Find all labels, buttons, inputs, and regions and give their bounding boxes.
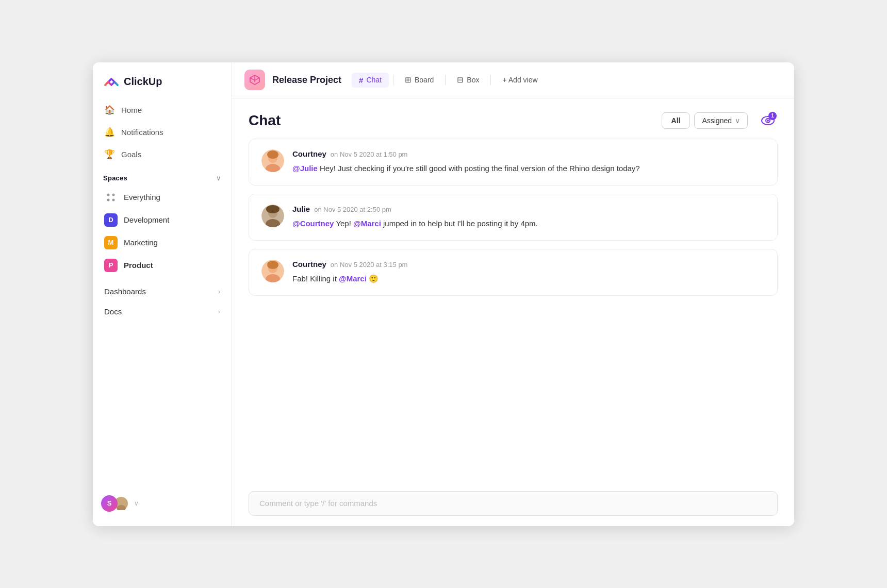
tab-chat[interactable]: # Chat bbox=[352, 73, 389, 88]
message-2: Julie on Nov 5 2020 at 2:50 pm @Courtney… bbox=[249, 194, 778, 241]
avatar-courtney-1 bbox=[261, 149, 284, 172]
message-3-text: Fab! Killing it @Marci 🙂 bbox=[292, 273, 765, 285]
chat-tab-icon: # bbox=[359, 76, 363, 85]
topbar: Release Project # Chat ⊞ Board ⊟ Box bbox=[232, 62, 794, 98]
product-badge: P bbox=[104, 259, 118, 272]
filter-assigned-chevron-icon: ∨ bbox=[735, 116, 740, 125]
logo-area: ClickUp bbox=[93, 62, 232, 99]
svg-point-20 bbox=[267, 261, 278, 269]
filter-assigned-button[interactable]: Assigned ∨ bbox=[694, 112, 748, 129]
svg-point-16 bbox=[266, 205, 280, 213]
main-content: Release Project # Chat ⊞ Board ⊟ Box bbox=[232, 62, 794, 526]
message-1-time: on Nov 5 2020 at 1:50 pm bbox=[331, 150, 408, 158]
dashboards-chevron-icon: › bbox=[218, 288, 220, 295]
sidebar-item-development[interactable]: D Development bbox=[98, 209, 226, 231]
svg-point-12 bbox=[267, 150, 278, 159]
sidebar-item-notifications[interactable]: 🔔 Notifications bbox=[98, 122, 226, 143]
box-tab-label: Box bbox=[467, 76, 479, 84]
box-tab-icon: ⊟ bbox=[457, 75, 464, 85]
watch-button[interactable]: 1 bbox=[758, 111, 778, 130]
filter-all-button[interactable]: All bbox=[662, 112, 691, 129]
marketing-label: Marketing bbox=[124, 238, 158, 247]
project-title: Release Project bbox=[272, 75, 341, 86]
message-2-text1: Yep! bbox=[336, 219, 353, 228]
mention-marci-2: @Marci bbox=[339, 274, 367, 283]
svg-point-2 bbox=[107, 198, 110, 201]
board-tab-icon: ⊞ bbox=[405, 75, 412, 85]
message-3-body: Courtney on Nov 5 2020 at 3:15 pm Fab! K… bbox=[292, 260, 765, 285]
message-2-text: @Courtney Yep! @Marci jumped in to help … bbox=[292, 217, 765, 230]
user-avatar-stack[interactable]: S bbox=[101, 495, 129, 512]
message-3: Courtney on Nov 5 2020 at 3:15 pm Fab! K… bbox=[249, 249, 778, 296]
message-3-meta: Courtney on Nov 5 2020 at 3:15 pm bbox=[292, 260, 765, 268]
message-1-text: @Julie Hey! Just checking if you're stil… bbox=[292, 162, 765, 175]
development-label: Development bbox=[124, 215, 169, 224]
message-3-author: Courtney bbox=[292, 260, 326, 268]
watch-badge: 1 bbox=[768, 112, 777, 120]
message-2-time: on Nov 5 2020 at 2:50 pm bbox=[314, 206, 391, 213]
filter-assigned-label: Assigned bbox=[702, 116, 732, 125]
svg-point-4 bbox=[118, 499, 124, 505]
everything-label: Everything bbox=[124, 193, 160, 201]
avatar-courtney-2 bbox=[261, 260, 284, 282]
message-1-body: Courtney on Nov 5 2020 at 1:50 pm @Julie… bbox=[292, 149, 765, 175]
product-label: Product bbox=[124, 261, 153, 270]
docs-chevron-icon: › bbox=[218, 308, 220, 315]
chat-title: Chat bbox=[249, 112, 281, 129]
board-tab-label: Board bbox=[415, 76, 434, 84]
tab-box[interactable]: ⊟ Box bbox=[450, 72, 486, 88]
comment-bar: Comment or type '/' for commands bbox=[232, 483, 794, 526]
user-chevron-icon[interactable]: ∨ bbox=[134, 500, 139, 507]
message-1-meta: Courtney on Nov 5 2020 at 1:50 pm bbox=[292, 149, 765, 158]
sidebar-item-home-label: Home bbox=[121, 106, 142, 114]
sidebar-item-home[interactable]: 🏠 Home bbox=[98, 99, 226, 121]
svg-point-5 bbox=[117, 505, 126, 510]
chat-area: Chat All Assigned ∨ bbox=[232, 98, 794, 526]
message-2-meta: Julie on Nov 5 2020 at 2:50 pm bbox=[292, 205, 765, 213]
sidebar-item-goals-label: Goals bbox=[121, 150, 141, 159]
spaces-chevron-icon[interactable]: ∨ bbox=[216, 174, 221, 182]
add-view-button[interactable]: + Add view bbox=[495, 73, 545, 87]
message-3-time: on Nov 5 2020 at 3:15 pm bbox=[331, 261, 408, 268]
svg-point-1 bbox=[112, 193, 115, 196]
svg-point-3 bbox=[112, 198, 115, 201]
sidebar-item-docs[interactable]: Docs › bbox=[98, 302, 226, 321]
sidebar-item-notifications-label: Notifications bbox=[121, 128, 163, 137]
sidebar-bottom: S ∨ bbox=[93, 489, 232, 518]
dashboards-label: Dashboards bbox=[104, 287, 146, 296]
sidebar-item-product[interactable]: P Product bbox=[98, 254, 226, 277]
sidebar-item-goals[interactable]: 🏆 Goals bbox=[98, 144, 226, 165]
comment-placeholder: Comment or type '/' for commands bbox=[259, 499, 377, 508]
mention-marci-1: @Marci bbox=[353, 219, 381, 228]
avatar-s: S bbox=[101, 495, 118, 512]
message-1-author: Courtney bbox=[292, 149, 326, 158]
everything-icon bbox=[104, 191, 118, 204]
svg-point-8 bbox=[767, 120, 769, 122]
sidebar-item-marketing[interactable]: M Marketing bbox=[98, 231, 226, 254]
sidebar-item-everything[interactable]: Everything bbox=[98, 186, 226, 209]
chat-filter-group: All Assigned ∨ bbox=[662, 112, 748, 129]
message-1: Courtney on Nov 5 2020 at 1:50 pm @Julie… bbox=[249, 139, 778, 186]
message-3-emoji: 🙂 bbox=[369, 274, 379, 283]
message-2-body: Julie on Nov 5 2020 at 2:50 pm @Courtney… bbox=[292, 205, 765, 230]
message-2-author: Julie bbox=[292, 205, 310, 213]
home-icon: 🏠 bbox=[104, 105, 115, 115]
docs-label: Docs bbox=[104, 307, 122, 316]
clickup-logo-icon bbox=[103, 74, 120, 90]
sidebar-sections: Dashboards › Docs › bbox=[93, 282, 232, 321]
avatar-julie bbox=[261, 205, 284, 227]
tab-separator-1 bbox=[393, 75, 393, 85]
marketing-badge: M bbox=[104, 236, 118, 249]
app-window: ClickUp 🏠 Home 🔔 Notifications 🏆 Goals S… bbox=[93, 62, 794, 526]
svg-point-0 bbox=[107, 193, 110, 196]
spaces-header: Spaces ∨ bbox=[93, 165, 232, 186]
sidebar-item-dashboards[interactable]: Dashboards › bbox=[98, 282, 226, 301]
message-2-text2: jumped in to help but I'll be posting it… bbox=[383, 219, 538, 228]
tab-board[interactable]: ⊞ Board bbox=[398, 72, 441, 88]
comment-input[interactable]: Comment or type '/' for commands bbox=[249, 491, 778, 516]
development-badge: D bbox=[104, 213, 118, 227]
messages-container: Courtney on Nov 5 2020 at 1:50 pm @Julie… bbox=[232, 139, 794, 483]
mention-julie-1: @Julie bbox=[292, 164, 318, 173]
goals-icon: 🏆 bbox=[104, 149, 115, 160]
sidebar-nav: 🏠 Home 🔔 Notifications 🏆 Goals bbox=[93, 99, 232, 165]
